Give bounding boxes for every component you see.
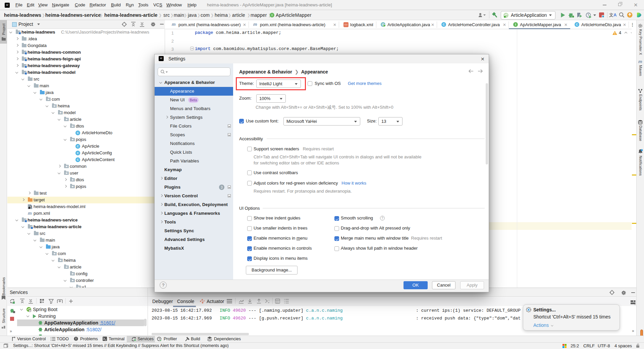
svg-text:I: I (269, 299, 269, 302)
